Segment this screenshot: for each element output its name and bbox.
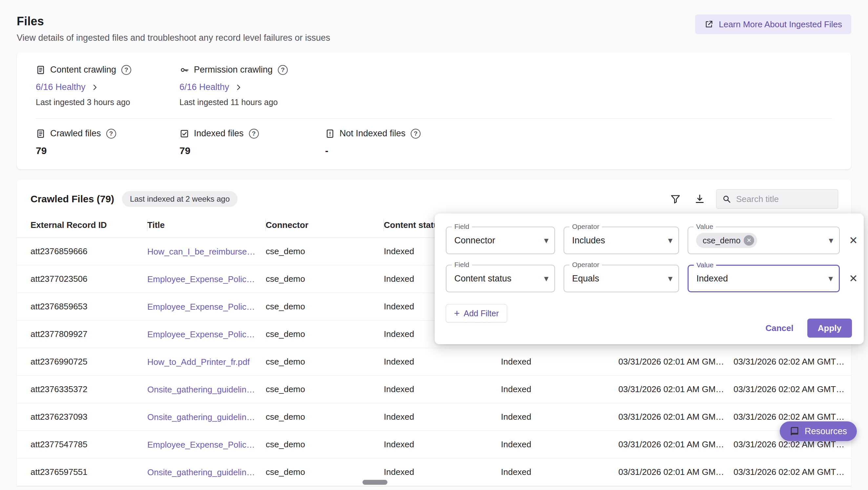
help-icon[interactable]: ? <box>249 129 259 139</box>
book-icon <box>789 426 800 436</box>
permission-crawling-label: Permission crawling <box>194 65 273 75</box>
resources-label: Resources <box>805 426 847 436</box>
add-filter-button[interactable]: + Add Filter <box>446 304 507 322</box>
filter-1-operator-select[interactable]: Operator Includes ▾ <box>564 227 679 254</box>
not-indexed-files-value: - <box>325 145 469 156</box>
content-crawling-health-link[interactable]: 6/16 Healthy <box>36 82 99 92</box>
cancel-button[interactable]: Cancel <box>766 323 794 333</box>
content-last-ingested: Last ingested 3 hours ago <box>36 97 180 107</box>
search-input[interactable] <box>736 194 833 204</box>
cell-content-status: Indexed <box>384 459 501 486</box>
chip-remove-icon[interactable]: ✕ <box>744 235 754 246</box>
content-health-text: 6/16 Healthy <box>36 82 86 92</box>
cell-permission-status: Indexed <box>501 431 618 459</box>
file-title-link[interactable]: Employee_Expense_Policy_de.pd… <box>147 329 259 340</box>
page-heading-group: Files View details of ingested files and… <box>17 15 330 43</box>
cell-indexed-time: 03/31/2026 02:02 AM GMT+5… <box>734 459 851 486</box>
last-indexed-badge: Last indexed at 2 weeks ago <box>122 191 238 207</box>
operator-label: Operator <box>569 222 602 231</box>
plus-icon: + <box>454 308 460 318</box>
cell-external-record-id: att2376237093 <box>17 403 147 431</box>
help-icon[interactable]: ? <box>278 65 288 75</box>
file-title-link[interactable]: Onsite_gathering_guidelines_ja.p… <box>147 384 259 395</box>
cell-external-record-id: att2377547785 <box>17 431 147 459</box>
file-title-link[interactable]: Employee_Expense_Policy_ja.pdf <box>147 302 259 312</box>
permission-crawling-block: Permission crawling ? 6/16 Healthy Last … <box>180 65 323 107</box>
filter-2-operator-select[interactable]: Operator Equals ▾ <box>564 265 679 292</box>
cell-external-record-id: att2376990725 <box>17 348 147 376</box>
learn-more-button[interactable]: Learn More About Ingested Files <box>695 15 851 34</box>
crawled-files-value: 79 <box>36 145 180 156</box>
cell-external-record-id: att2377023506 <box>17 265 147 293</box>
cell-permission-status: Indexed <box>501 403 618 431</box>
file-title-link[interactable]: How_to_Add_Printer_fr.pdf <box>147 357 250 367</box>
stats-divider <box>36 118 832 119</box>
apply-button[interactable]: Apply <box>807 319 852 338</box>
filter-button[interactable] <box>668 191 683 207</box>
file-title-link[interactable]: Employee_Expense_Policy_zh.pdf <box>147 274 259 284</box>
cell-crawled-time: 03/31/2026 02:01 AM GMT+5… <box>618 376 734 403</box>
column-header-external-record-id: External Record ID <box>17 217 147 238</box>
filter-2-remove-button[interactable]: ✕ <box>849 273 858 284</box>
not-indexed-files-header: Not Indexed files ? <box>325 128 469 139</box>
file-title-link[interactable]: Employee_Expense_Policy_hi.pdf <box>147 440 259 450</box>
chevron-right-icon <box>91 83 99 91</box>
permission-crawling-health-link[interactable]: 6/16 Healthy <box>180 82 242 92</box>
filter-2-value-select[interactable]: Value Indexed ▾ <box>688 265 840 292</box>
file-title-link[interactable]: Onsite_gathering_guidelines_it.pd… <box>147 412 259 422</box>
filter-panel: Field Connector ▾ Operator Includes ▾ Va… <box>435 213 864 344</box>
indexed-files-header: Indexed files ? <box>180 128 325 139</box>
cell-external-record-id: att2376859653 <box>17 293 147 320</box>
table-row: att2376597551 Onsite_gathering_guideline… <box>17 459 851 486</box>
cell-title: Employee_Expense_Policy_hi.pdf <box>147 431 266 459</box>
document-alert-icon <box>325 129 335 139</box>
filter-2-field-select[interactable]: Field Content status ▾ <box>446 265 555 292</box>
file-title-link[interactable]: Onsite_gathering_guidelines_zh.p… <box>147 467 259 478</box>
filter-row-2: Field Content status ▾ Operator Equals ▾… <box>446 265 855 292</box>
cell-external-record-id: att2376859666 <box>17 238 147 265</box>
help-icon[interactable]: ? <box>106 129 116 139</box>
cell-crawled-time: 03/31/2026 02:01 AM GMT+5… <box>618 431 734 459</box>
cell-connector: cse_demo <box>266 403 384 431</box>
page-header: Files View details of ingested files and… <box>17 0 851 43</box>
column-header-title: Title <box>147 217 266 238</box>
operator-value: Includes <box>572 235 605 246</box>
cell-title: How_to_Add_Printer_fr.pdf <box>147 348 266 376</box>
filter-row-1: Field Connector ▾ Operator Includes ▾ Va… <box>446 227 855 254</box>
table-toolbar: Crawled Files (79) Last indexed at 2 wee… <box>17 179 851 217</box>
cell-content-status: Indexed <box>384 376 501 403</box>
help-icon[interactable]: ? <box>121 65 131 75</box>
chevron-down-icon: ▾ <box>544 273 549 284</box>
value-chip: cse_demo ✕ <box>696 233 757 248</box>
cell-content-status: Indexed <box>384 348 501 376</box>
field-value: Content status <box>454 273 512 284</box>
filter-1-value-select[interactable]: Value cse_demo ✕ ▾ <box>688 227 840 254</box>
chevron-right-icon <box>235 83 242 91</box>
cell-content-status: Indexed <box>384 431 501 459</box>
chevron-down-icon: ▾ <box>668 273 673 284</box>
resources-button[interactable]: Resources <box>780 421 857 441</box>
not-indexed-files-block: Not Indexed files ? - <box>325 128 469 156</box>
chevron-down-icon: ▾ <box>544 235 549 246</box>
document-icon <box>36 129 45 139</box>
content-crawling-label: Content crawling <box>50 65 116 75</box>
filter-1-remove-button[interactable]: ✕ <box>849 235 858 246</box>
horizontal-scrollbar-thumb[interactable] <box>363 480 388 485</box>
cell-connector: cse_demo <box>266 265 384 293</box>
cell-title: Onsite_gathering_guidelines_it.pd… <box>147 403 266 431</box>
value-label: Value <box>693 222 716 231</box>
help-icon[interactable]: ? <box>411 129 421 139</box>
table-title-group: Crawled Files (79) Last indexed at 2 wee… <box>31 191 238 207</box>
column-header-connector: Connector <box>266 217 384 238</box>
operator-label: Operator <box>569 260 602 269</box>
field-value: Connector <box>454 235 495 246</box>
download-button[interactable] <box>692 191 708 207</box>
cell-crawled-time: 03/31/2026 02:01 AM GMT+5… <box>618 403 734 431</box>
permission-last-ingested: Last ingested 11 hours ago <box>180 97 323 107</box>
chevron-down-icon: ▾ <box>668 235 673 246</box>
cell-connector: cse_demo <box>266 348 384 376</box>
cell-indexed-time: 03/31/2026 02:02 AM GMT+5… <box>734 376 851 403</box>
cell-title: How_can_I_be_reimbursed_zh.pd… <box>147 238 266 265</box>
file-title-link[interactable]: How_can_I_be_reimbursed_zh.pd… <box>147 247 259 257</box>
filter-1-field-select[interactable]: Field Connector ▾ <box>446 227 555 254</box>
